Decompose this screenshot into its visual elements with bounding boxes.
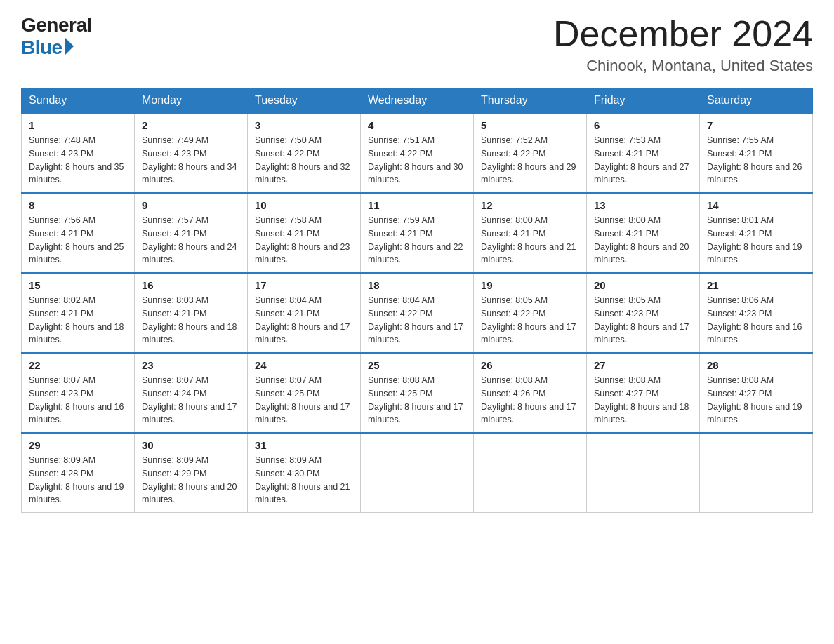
day-info: Sunrise: 7:48 AMSunset: 4:23 PMDaylight:…: [29, 134, 127, 187]
calendar-cell: 9Sunrise: 7:57 AMSunset: 4:21 PMDaylight…: [135, 193, 248, 273]
calendar-cell: 12Sunrise: 8:00 AMSunset: 4:21 PMDayligh…: [474, 193, 587, 273]
month-title: December 2024: [553, 14, 813, 54]
calendar-cell: 30Sunrise: 8:09 AMSunset: 4:29 PMDayligh…: [135, 433, 248, 513]
day-info: Sunrise: 8:02 AMSunset: 4:21 PMDaylight:…: [29, 294, 127, 347]
day-number: 2: [142, 119, 240, 131]
day-info: Sunrise: 7:55 AMSunset: 4:21 PMDaylight:…: [707, 134, 805, 187]
day-info: Sunrise: 8:05 AMSunset: 4:23 PMDaylight:…: [594, 294, 692, 347]
day-number: 31: [255, 439, 353, 451]
calendar-cell: 3Sunrise: 7:50 AMSunset: 4:22 PMDaylight…: [248, 113, 361, 193]
day-number: 14: [707, 199, 805, 211]
calendar-cell: 11Sunrise: 7:59 AMSunset: 4:21 PMDayligh…: [361, 193, 474, 273]
day-number: 5: [481, 119, 579, 131]
day-number: 6: [594, 119, 692, 131]
calendar-cell: 22Sunrise: 8:07 AMSunset: 4:23 PMDayligh…: [22, 353, 135, 433]
calendar-week-row: 8Sunrise: 7:56 AMSunset: 4:21 PMDaylight…: [22, 193, 813, 273]
calendar-cell: 26Sunrise: 8:08 AMSunset: 4:26 PMDayligh…: [474, 353, 587, 433]
logo: General Blue: [21, 14, 92, 59]
logo-arrow-icon: [65, 38, 74, 55]
day-number: 12: [481, 199, 579, 211]
day-number: 8: [29, 199, 127, 211]
day-number: 9: [142, 199, 240, 211]
calendar-cell: 20Sunrise: 8:05 AMSunset: 4:23 PMDayligh…: [587, 273, 700, 353]
weekday-header-tuesday: Tuesday: [248, 88, 361, 114]
day-info: Sunrise: 7:49 AMSunset: 4:23 PMDaylight:…: [142, 134, 240, 187]
calendar-cell: 14Sunrise: 8:01 AMSunset: 4:21 PMDayligh…: [700, 193, 813, 273]
calendar-week-row: 1Sunrise: 7:48 AMSunset: 4:23 PMDaylight…: [22, 113, 813, 193]
calendar-cell: 15Sunrise: 8:02 AMSunset: 4:21 PMDayligh…: [22, 273, 135, 353]
day-number: 19: [481, 279, 579, 291]
day-number: 7: [707, 119, 805, 131]
calendar-cell: 2Sunrise: 7:49 AMSunset: 4:23 PMDaylight…: [135, 113, 248, 193]
day-number: 18: [368, 279, 466, 291]
day-info: Sunrise: 7:50 AMSunset: 4:22 PMDaylight:…: [255, 134, 353, 187]
day-info: Sunrise: 7:52 AMSunset: 4:22 PMDaylight:…: [481, 134, 579, 187]
day-info: Sunrise: 8:09 AMSunset: 4:29 PMDaylight:…: [142, 454, 240, 507]
calendar-week-row: 22Sunrise: 8:07 AMSunset: 4:23 PMDayligh…: [22, 353, 813, 433]
calendar-cell: 13Sunrise: 8:00 AMSunset: 4:21 PMDayligh…: [587, 193, 700, 273]
calendar-cell: 28Sunrise: 8:08 AMSunset: 4:27 PMDayligh…: [700, 353, 813, 433]
day-number: 20: [594, 279, 692, 291]
day-number: 1: [29, 119, 127, 131]
calendar-cell: 25Sunrise: 8:08 AMSunset: 4:25 PMDayligh…: [361, 353, 474, 433]
day-info: Sunrise: 8:08 AMSunset: 4:26 PMDaylight:…: [481, 374, 579, 427]
day-number: 21: [707, 279, 805, 291]
day-info: Sunrise: 7:51 AMSunset: 4:22 PMDaylight:…: [368, 134, 466, 187]
calendar-table: SundayMondayTuesdayWednesdayThursdayFrid…: [21, 88, 813, 513]
calendar-cell: 27Sunrise: 8:08 AMSunset: 4:27 PMDayligh…: [587, 353, 700, 433]
day-number: 27: [594, 359, 692, 371]
day-info: Sunrise: 8:08 AMSunset: 4:27 PMDaylight:…: [707, 374, 805, 427]
day-number: 15: [29, 279, 127, 291]
calendar-cell: 8Sunrise: 7:56 AMSunset: 4:21 PMDaylight…: [22, 193, 135, 273]
logo-blue-text: Blue: [21, 36, 74, 59]
weekday-header-row: SundayMondayTuesdayWednesdayThursdayFrid…: [22, 88, 813, 114]
day-number: 22: [29, 359, 127, 371]
title-block: December 2024 Chinook, Montana, United S…: [553, 14, 813, 75]
calendar-cell: 31Sunrise: 8:09 AMSunset: 4:30 PMDayligh…: [248, 433, 361, 513]
day-info: Sunrise: 7:59 AMSunset: 4:21 PMDaylight:…: [368, 214, 466, 267]
day-number: 3: [255, 119, 353, 131]
calendar-cell: 10Sunrise: 7:58 AMSunset: 4:21 PMDayligh…: [248, 193, 361, 273]
day-info: Sunrise: 8:08 AMSunset: 4:27 PMDaylight:…: [594, 374, 692, 427]
calendar-cell: [474, 433, 587, 513]
calendar-cell: 18Sunrise: 8:04 AMSunset: 4:22 PMDayligh…: [361, 273, 474, 353]
calendar-cell: 23Sunrise: 8:07 AMSunset: 4:24 PMDayligh…: [135, 353, 248, 433]
day-number: 26: [481, 359, 579, 371]
day-number: 28: [707, 359, 805, 371]
weekday-header-monday: Monday: [135, 88, 248, 114]
day-info: Sunrise: 7:57 AMSunset: 4:21 PMDaylight:…: [142, 214, 240, 267]
day-info: Sunrise: 8:07 AMSunset: 4:25 PMDaylight:…: [255, 374, 353, 427]
calendar-week-row: 29Sunrise: 8:09 AMSunset: 4:28 PMDayligh…: [22, 433, 813, 513]
day-number: 4: [368, 119, 466, 131]
weekday-header-sunday: Sunday: [22, 88, 135, 114]
calendar-cell: 7Sunrise: 7:55 AMSunset: 4:21 PMDaylight…: [700, 113, 813, 193]
day-info: Sunrise: 8:04 AMSunset: 4:22 PMDaylight:…: [368, 294, 466, 347]
day-info: Sunrise: 8:07 AMSunset: 4:23 PMDaylight:…: [29, 374, 127, 427]
calendar-cell: 19Sunrise: 8:05 AMSunset: 4:22 PMDayligh…: [474, 273, 587, 353]
weekday-header-friday: Friday: [587, 88, 700, 114]
day-number: 17: [255, 279, 353, 291]
calendar-cell: 4Sunrise: 7:51 AMSunset: 4:22 PMDaylight…: [361, 113, 474, 193]
day-number: 10: [255, 199, 353, 211]
calendar-cell: 24Sunrise: 8:07 AMSunset: 4:25 PMDayligh…: [248, 353, 361, 433]
page-header: General Blue December 2024 Chinook, Mont…: [21, 14, 813, 75]
day-number: 11: [368, 199, 466, 211]
calendar-cell: 1Sunrise: 7:48 AMSunset: 4:23 PMDaylight…: [22, 113, 135, 193]
day-number: 16: [142, 279, 240, 291]
calendar-cell: 16Sunrise: 8:03 AMSunset: 4:21 PMDayligh…: [135, 273, 248, 353]
day-info: Sunrise: 7:58 AMSunset: 4:21 PMDaylight:…: [255, 214, 353, 267]
day-number: 13: [594, 199, 692, 211]
day-info: Sunrise: 8:01 AMSunset: 4:21 PMDaylight:…: [707, 214, 805, 267]
day-info: Sunrise: 8:00 AMSunset: 4:21 PMDaylight:…: [481, 214, 579, 267]
day-number: 24: [255, 359, 353, 371]
day-info: Sunrise: 8:00 AMSunset: 4:21 PMDaylight:…: [594, 214, 692, 267]
day-info: Sunrise: 8:03 AMSunset: 4:21 PMDaylight:…: [142, 294, 240, 347]
day-number: 29: [29, 439, 127, 451]
day-number: 25: [368, 359, 466, 371]
calendar-cell: [361, 433, 474, 513]
day-info: Sunrise: 8:06 AMSunset: 4:23 PMDaylight:…: [707, 294, 805, 347]
day-info: Sunrise: 7:56 AMSunset: 4:21 PMDaylight:…: [29, 214, 127, 267]
day-info: Sunrise: 8:05 AMSunset: 4:22 PMDaylight:…: [481, 294, 579, 347]
day-info: Sunrise: 8:07 AMSunset: 4:24 PMDaylight:…: [142, 374, 240, 427]
logo-general-text: General: [21, 14, 92, 36]
